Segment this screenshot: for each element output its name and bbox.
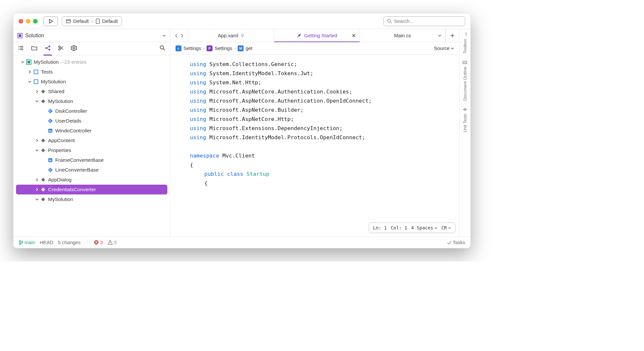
tree-item-label: Properties	[48, 147, 71, 153]
cursor-col[interactable]: Col: 1	[391, 223, 407, 232]
minimize-window-button[interactable]	[26, 19, 30, 24]
svg-line-17	[47, 47, 49, 48]
git-changes[interactable]: 5 changes	[58, 240, 80, 245]
expand-toggle[interactable]	[35, 188, 40, 192]
expand-toggle[interactable]	[28, 80, 33, 84]
tree-item-label: CredentialsConverter	[48, 187, 96, 192]
nav-back-button[interactable]	[175, 33, 178, 38]
svg-line-5	[390, 22, 392, 23]
expand-toggle[interactable]	[35, 197, 40, 201]
sidebar-search-button[interactable]	[160, 45, 165, 52]
tree-item-frameconverterbase[interactable]: MFrameConverterBase	[13, 155, 170, 165]
warnings-count[interactable]: 5	[108, 240, 117, 245]
expand-toggle[interactable]	[21, 60, 26, 64]
tab-getting-started[interactable]: Getting Started	[274, 29, 360, 42]
ide-window: Default › Default Solution	[13, 13, 471, 248]
indent-selector[interactable]: 4 Spaces	[411, 223, 437, 232]
breadcrumb-item[interactable]: get	[246, 45, 252, 51]
tree-item-label: UserDetails	[55, 118, 81, 124]
svg-marker-34	[41, 99, 45, 103]
git-branch[interactable]: main	[19, 240, 35, 245]
tree-item-label: DiskController	[55, 108, 87, 114]
svg-point-62	[19, 241, 21, 242]
search-input[interactable]	[394, 18, 462, 24]
svg-marker-42	[41, 148, 45, 152]
tab-label: Main.cs	[394, 33, 411, 38]
tree-item-tests[interactable]: Tests	[13, 67, 170, 77]
list-view-button[interactable]	[18, 45, 24, 52]
source-dropdown[interactable]: Source	[434, 45, 454, 51]
solution-icon	[26, 59, 32, 65]
search-icon	[387, 19, 392, 24]
svg-marker-0	[49, 19, 53, 23]
expand-toggle[interactable]	[35, 148, 40, 152]
cfile-icon: C	[47, 118, 53, 124]
tab-label: App.xaml	[218, 33, 238, 38]
tab-close-button[interactable]	[352, 34, 356, 38]
cursor-line[interactable]: Ln: 1	[373, 223, 387, 232]
chevron-right-icon: ›	[203, 45, 205, 51]
tab-app-xaml[interactable]: App.xaml	[188, 29, 274, 42]
tree-item-userdetails[interactable]: CUserDetails	[13, 116, 170, 126]
tree-item-mysolution[interactable]: MySolution	[13, 77, 170, 87]
tree-item-mysolution[interactable]: MySolution	[13, 96, 170, 106]
tree-item-properties[interactable]: Properties	[13, 145, 170, 155]
tree-item-appcontent[interactable]: AppContent	[13, 136, 170, 145]
main-row: Solution	[13, 29, 470, 236]
chevron-down-icon[interactable]	[162, 34, 166, 38]
share-view-button[interactable]	[45, 45, 51, 52]
mfile-icon: M	[47, 157, 53, 163]
svg-rect-3	[96, 19, 99, 24]
svg-text:C: C	[178, 47, 179, 50]
expand-toggle[interactable]	[28, 70, 33, 74]
svg-rect-31	[34, 70, 38, 74]
tree-item-diskcontroller[interactable]: CDiskController	[13, 106, 170, 116]
expand-toggle[interactable]	[35, 99, 40, 103]
svg-marker-49	[41, 197, 45, 201]
cfile-icon: C	[47, 108, 53, 114]
tree-item-mysolution[interactable]: MySolution– 23 entries	[13, 57, 170, 67]
svg-text:M: M	[49, 129, 52, 133]
close-window-button[interactable]	[19, 19, 23, 24]
tree-item-lineconverterbase[interactable]: CLineConverterBase	[13, 165, 170, 175]
expand-toggle[interactable]	[35, 90, 40, 93]
unity-button[interactable]	[71, 45, 77, 52]
new-tab-button[interactable]	[446, 29, 459, 42]
tree-item-credentialsconverter[interactable]: CredentialsConverter	[16, 185, 167, 194]
tree-item-label: LineConverterBase	[55, 167, 99, 173]
svg-marker-41	[41, 139, 45, 142]
rail-toolbox[interactable]: Toolbox T	[463, 32, 467, 54]
line-ending-selector[interactable]: CR	[441, 223, 451, 232]
run-config-selector[interactable]: Default › Default	[62, 16, 122, 26]
tree-item-subtitle: – 23 entries	[60, 59, 87, 65]
expand-toggle[interactable]	[35, 178, 40, 182]
maximize-window-button[interactable]	[33, 19, 38, 24]
tasks-button[interactable]: Tasks	[447, 240, 465, 245]
tab-main-cs[interactable]: Main.cs	[360, 29, 446, 42]
breadcrumb-item[interactable]: Settings	[183, 45, 201, 51]
solution-tree[interactable]: MySolution– 23 entriesTestsMySolutionSha…	[13, 55, 170, 236]
tree-item-label: AppContent	[48, 138, 75, 143]
solution-pad-icon	[17, 33, 23, 38]
solution-sidebar: Solution	[13, 29, 170, 236]
tree-item-appdialog[interactable]: AppDialog	[13, 175, 170, 185]
tree-item-mysolution[interactable]: MySolution	[13, 194, 170, 204]
expand-toggle[interactable]	[35, 139, 40, 142]
tree-item-windocontroller[interactable]: MWindoController	[13, 126, 170, 136]
diamond-icon	[40, 138, 46, 143]
rail-document-outline[interactable]: Document Outline	[463, 60, 467, 101]
run-button[interactable]	[43, 16, 58, 26]
nav-forward-button[interactable]	[180, 33, 183, 38]
tree-item-shared[interactable]: Shared	[13, 87, 170, 96]
breadcrumb-item[interactable]: Settings	[214, 45, 232, 51]
code-editor[interactable]: using System.Collections.Generic;using S…	[170, 55, 459, 236]
search-box[interactable]	[383, 16, 465, 26]
chevron-down-icon[interactable]	[438, 34, 441, 37]
tree-item-label: Shared	[48, 89, 64, 94]
folder-view-button[interactable]	[31, 45, 38, 52]
scissors-button[interactable]	[58, 45, 64, 52]
rail-unit-tests[interactable]: Unit Tests	[463, 107, 467, 132]
git-head[interactable]: HEAD	[40, 240, 54, 245]
errors-count[interactable]: 3	[94, 240, 103, 245]
chevron-right-icon: ›	[92, 18, 93, 24]
